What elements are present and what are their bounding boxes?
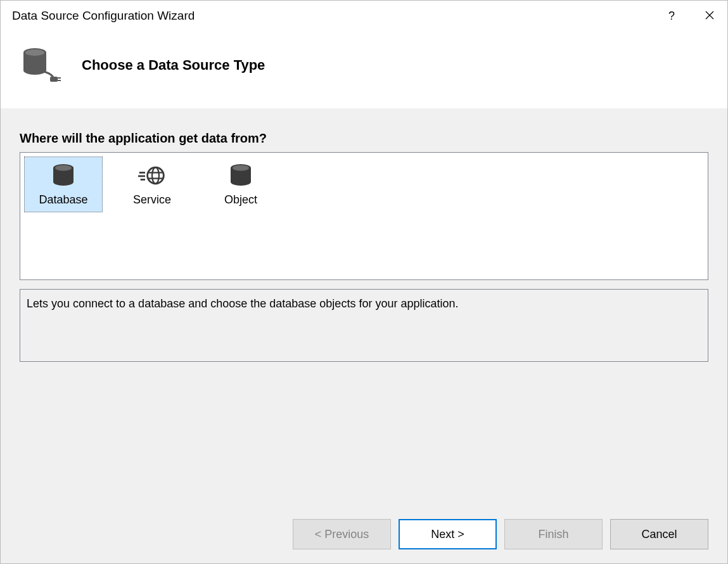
object-icon <box>227 163 255 188</box>
previous-button[interactable]: < Previous <box>293 519 391 549</box>
help-icon: ? <box>668 10 675 23</box>
svg-point-23 <box>233 165 249 170</box>
wizard-buttons: < Previous Next > Finish Cancel <box>1 506 727 563</box>
svg-point-12 <box>55 165 72 170</box>
help-button[interactable]: ? <box>664 8 679 23</box>
cancel-button[interactable]: Cancel <box>610 519 708 549</box>
option-database[interactable]: Database <box>24 157 103 212</box>
wizard-step-title: Choose a Data Source Type <box>82 57 265 74</box>
wizard-content: Where will the application get data from… <box>1 108 727 506</box>
svg-point-4 <box>23 66 46 75</box>
data-source-options: Database Service <box>20 152 708 280</box>
option-object[interactable]: Object <box>201 157 280 212</box>
close-button[interactable] <box>702 8 717 23</box>
option-label: Object <box>224 193 257 207</box>
option-label: Database <box>39 193 87 207</box>
option-service[interactable]: Service <box>113 157 191 212</box>
service-icon <box>138 163 166 188</box>
prompt-text: Where will the application get data from… <box>20 131 708 146</box>
svg-rect-6 <box>50 77 58 82</box>
wizard-header: Choose a Data Source Type <box>1 31 727 108</box>
option-description: Lets you connect to a database and choos… <box>20 289 708 362</box>
svg-point-17 <box>152 167 159 184</box>
window-controls: ? <box>664 8 717 23</box>
finish-button[interactable]: Finish <box>504 519 603 549</box>
titlebar: Data Source Configuration Wizard ? <box>1 1 727 31</box>
close-icon <box>705 10 714 23</box>
svg-point-5 <box>25 49 44 56</box>
svg-point-16 <box>148 167 164 184</box>
database-icon <box>49 163 77 188</box>
window-title: Data Source Configuration Wizard <box>12 9 664 23</box>
option-label: Service <box>133 193 171 207</box>
svg-point-22 <box>231 178 251 186</box>
svg-point-11 <box>53 178 73 186</box>
wizard-header-icon <box>18 44 61 87</box>
next-button[interactable]: Next > <box>399 519 497 549</box>
